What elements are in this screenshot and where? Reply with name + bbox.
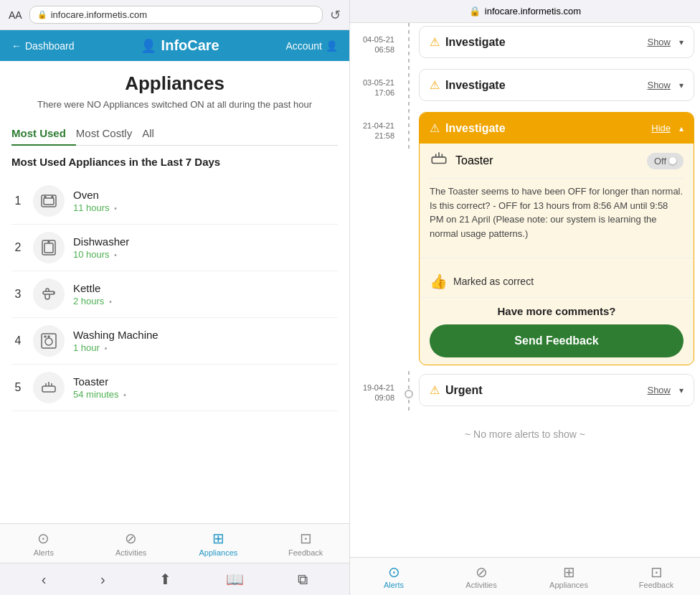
url-text: infocare.informetis.com: [51, 9, 147, 20]
ios-bar: ‹ › ⬆ 📖 ⧉: [0, 563, 349, 595]
font-size-control[interactable]: AA: [9, 9, 22, 21]
show-button-urgent[interactable]: Show: [647, 385, 671, 395]
tab-most-costly[interactable]: Most Costly: [76, 121, 142, 145]
ios-share-button[interactable]: ⬆: [159, 571, 171, 588]
right-nav-feedback[interactable]: ⊡ Feedback: [612, 558, 700, 595]
browser-bar: AA 🔒 infocare.informetis.com ↺: [0, 0, 349, 30]
alerts-content: 04-05-2106:58 ⚠ Investigate Show ▾: [350, 23, 700, 557]
timeline-line: [408, 109, 410, 152]
right-alerts-label: Alerts: [384, 581, 404, 589]
toggle-off[interactable]: Off: [647, 153, 684, 169]
no-more-alerts: ~ No more alerts to show ~: [350, 414, 700, 454]
timeline-card-col: ⚠ Investigate Show ▾: [416, 66, 700, 107]
appliance-icon: [33, 278, 65, 310]
show-button[interactable]: Show: [647, 80, 671, 90]
time-label: 04-05-2106:58: [350, 23, 402, 55]
alert-title: Investigate: [445, 36, 641, 49]
alert-card-highlighted: ⚠ Investigate Hide ▴: [419, 112, 694, 365]
list-item: 3 Kettle 2 hours •: [11, 271, 338, 318]
appliance-info: Oven 11 hours •: [73, 189, 338, 214]
warning-icon: ⚠: [430, 78, 440, 92]
warning-icon-urgent: ⚠: [430, 383, 440, 397]
appliance-list: 1 Oven 11 hours • 2: [11, 178, 338, 411]
time-label: 03-05-2117:06: [350, 66, 402, 98]
chevron-down-icon: ▾: [679, 37, 684, 47]
appliance-name: Dishwasher: [73, 235, 338, 248]
nav-activities[interactable]: ⊘ Activities: [88, 524, 175, 563]
feedback-icon: ⊡: [300, 530, 312, 547]
appliance-duration: 1 hour: [73, 342, 100, 353]
tab-all[interactable]: All: [142, 121, 164, 145]
show-button[interactable]: Show: [647, 37, 671, 47]
svg-point-6: [48, 241, 49, 243]
nav-alerts[interactable]: ⊙ Alerts: [0, 524, 88, 563]
account-icon: 👤: [326, 40, 338, 52]
appliance-duration: 2 hours: [73, 296, 104, 306]
appliance-rank: 4: [11, 334, 24, 347]
chevron-up-icon: ▴: [679, 123, 684, 133]
hide-button[interactable]: Hide: [651, 123, 671, 133]
ios-forward-button[interactable]: ›: [100, 571, 105, 588]
url-bar[interactable]: 🔒 infocare.informetis.com: [29, 6, 323, 24]
account-button[interactable]: Account 👤: [285, 40, 338, 52]
toaster-icon: [430, 149, 448, 172]
right-feedback-icon: ⊡: [651, 563, 663, 581]
right-nav-activities[interactable]: ⊘ Activities: [438, 558, 525, 595]
right-bottom-nav: ⊙ Alerts ⊘ Activities ⊞ Appliances ⊡ Fee…: [350, 557, 700, 595]
timeline-dot-col: [402, 371, 416, 414]
section-title: Most Used Appliances in the Last 7 Days: [11, 156, 338, 168]
tab-most-used[interactable]: Most Used: [11, 121, 76, 145]
ios-bookmark-button[interactable]: 📖: [226, 571, 244, 588]
appliance-dot: •: [122, 391, 126, 399]
appliance-info: Washing Machine 1 hour •: [73, 329, 338, 354]
left-panel: AA 🔒 infocare.informetis.com ↺ ← Dashboa…: [0, 0, 350, 595]
timeline-dot-col: [402, 23, 416, 66]
svg-rect-12: [42, 386, 55, 392]
nav-feedback[interactable]: ⊡ Feedback: [262, 524, 349, 563]
appliance-dot: •: [113, 205, 117, 212]
appliance-rank: 1: [11, 195, 24, 207]
appliance-name: Oven: [73, 189, 338, 201]
alert-title: Investigate: [445, 79, 641, 92]
right-appliances-label: Appliances: [549, 581, 588, 589]
appliance-icon: [33, 232, 65, 263]
app-header: ← Dashboard 👤 InfoCare Account 👤: [0, 30, 349, 61]
page-content: Appliances There were NO Appliances swit…: [0, 61, 349, 523]
nav-appliances[interactable]: ⊞ Appliances: [175, 524, 262, 563]
appliance-row-name: Toaster: [455, 154, 640, 167]
appliance-dot: •: [107, 298, 111, 306]
warning-icon: ⚠: [430, 121, 440, 135]
right-nav-appliances[interactable]: ⊞ Appliances: [525, 558, 612, 595]
chevron-down-icon: ▾: [679, 385, 684, 395]
timeline-line: [408, 23, 410, 66]
alert-card: ⚠ Investigate Show ▾: [419, 26, 694, 58]
marked-correct-label: Marked as correct: [453, 276, 534, 287]
alert-header[interactable]: ⚠ Investigate Show ▾: [420, 27, 694, 57]
appliance-icon: [33, 185, 65, 217]
right-nav-alerts[interactable]: ⊙ Alerts: [350, 558, 438, 595]
timeline-dot-col: [402, 66, 416, 109]
alert-header[interactable]: ⚠ Investigate Show ▾: [420, 70, 694, 100]
timeline-line: [408, 66, 410, 109]
lock-icon: 🔒: [37, 10, 47, 19]
back-button[interactable]: ← Dashboard: [11, 40, 75, 52]
appliance-duration: 11 hours: [73, 202, 110, 213]
svg-point-10: [44, 336, 46, 337]
chevron-down-icon: ▾: [679, 80, 684, 90]
appliance-dot: •: [103, 345, 107, 352]
appliance-name: Toaster: [73, 375, 338, 388]
alert-header-expanded[interactable]: ⚠ Investigate Hide ▴: [420, 113, 694, 144]
appliance-name: Washing Machine: [73, 329, 338, 341]
timeline-card-col-expanded: ⚠ Investigate Hide ▴: [416, 109, 700, 371]
send-feedback-button[interactable]: Send Feedback: [430, 324, 684, 357]
alert-description: The Toaster seems to have been OFF for l…: [430, 184, 684, 240]
ios-tabs-button[interactable]: ⧉: [298, 571, 308, 588]
refresh-button[interactable]: ↺: [330, 7, 341, 23]
timeline-dot-col: [402, 109, 416, 152]
appliance-duration: 10 hours: [73, 249, 110, 260]
tabs: Most Used Most Costly All: [11, 121, 338, 146]
timeline-row: 03-05-2117:06 ⚠ Investigate Show ▾: [350, 66, 700, 109]
alert-header-urgent[interactable]: ⚠ Urgent Show ▾: [420, 375, 694, 406]
alert-body: Toaster Off The Toaster seems to have be…: [420, 144, 694, 258]
ios-back-button[interactable]: ‹: [42, 571, 47, 588]
